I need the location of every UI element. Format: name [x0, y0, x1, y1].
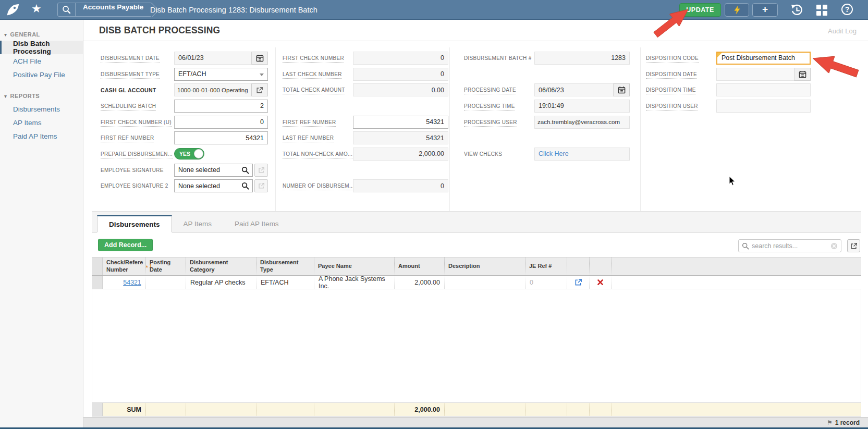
calendar-icon[interactable] — [794, 68, 811, 81]
column-header-payee[interactable]: Payee Name — [314, 258, 395, 275]
column-header-je-ref[interactable]: JE Ref # — [525, 258, 567, 275]
search-results-box — [738, 239, 841, 252]
payee-cell: A Phone Jack Systems Inc. — [314, 276, 395, 289]
calendar-icon[interactable] — [251, 52, 268, 65]
sidebar-section-general[interactable]: ▾ GENERAL — [0, 28, 83, 41]
cash-gl-account-field: 1000-00-01-000 Operating — [174, 83, 252, 96]
global-search-icon[interactable] — [58, 3, 76, 16]
processing-user-field: zach.tremblay@veracross.com — [534, 116, 630, 129]
tab-paid-ap-items[interactable]: Paid AP Items — [223, 215, 290, 232]
disbursement-type-select[interactable]: EFT/ACH — [174, 68, 268, 81]
processing-time-label: PROCESSING TIME — [464, 103, 534, 109]
disbursement-date-field: 06/01/23 — [174, 52, 252, 65]
prepare-disbursement-label: PREPARE DISBURSEMEN... — [101, 151, 174, 157]
open-record-icon[interactable] — [251, 83, 268, 96]
tab-ap-items[interactable]: AP Items — [172, 215, 224, 232]
total-check-amount-label: TOTAL CHECK AMOUNT — [283, 87, 353, 93]
column-header-delete — [590, 258, 612, 275]
tab-disbursements[interactable]: Disbursements — [97, 215, 172, 232]
add-record-button[interactable]: Add Record... — [98, 239, 153, 251]
column-header-category[interactable]: Disbursement Category — [186, 258, 256, 275]
description-cell — [445, 276, 525, 289]
je-ref-cell: 0 — [525, 276, 567, 289]
grid-header-row: Check/Refere Number▲1 Posting Date Disbu… — [92, 257, 861, 276]
row-handle — [92, 403, 103, 416]
add-button[interactable]: + — [752, 3, 778, 17]
sidebar: ▾ GENERAL Disb Batch Processing ACH File… — [0, 20, 83, 429]
delete-row-icon[interactable] — [590, 276, 612, 289]
apps-grid-icon[interactable] — [816, 5, 827, 16]
cash-gl-account-label: CASH GL ACCOUNT — [101, 87, 174, 93]
employee-signature-lookup[interactable]: None selected — [174, 164, 253, 177]
column-header-amount[interactable]: Amount — [395, 258, 445, 275]
history-icon[interactable] — [790, 4, 803, 16]
breadcrumb: Accounts Payable — [57, 3, 152, 17]
first-ref-number-label: FIRST REF NUMBER — [101, 135, 174, 141]
sidebar-item-positive-pay-file[interactable]: Positive Pay File — [0, 68, 83, 81]
disposition-user-field — [716, 100, 811, 113]
row-handle[interactable] — [92, 276, 103, 289]
update-button[interactable]: UPDATE — [679, 3, 721, 17]
lightning-icon — [733, 5, 741, 15]
page-header: DISB BATCH PROCESSING Audit Log — [83, 20, 868, 41]
employee-signature-label: EMPLOYEE SIGNATURE — [101, 167, 174, 173]
modified-corner-icon — [717, 53, 722, 57]
sidebar-item-ach-file[interactable]: ACH File — [0, 54, 83, 68]
total-non-check-amount-label: TOTAL NON-CHECK AMO... — [283, 151, 353, 157]
batch-form: DISBURSEMENT DATE 06/01/23 DISBURSEMENT … — [83, 41, 868, 232]
column-header-check-ref[interactable]: Check/Refere Number▲1 — [103, 258, 146, 275]
number-of-disbursements-field: 0 — [353, 179, 448, 192]
rocket-icon[interactable] — [6, 4, 20, 16]
first-ref-number-2-label: FIRST REF NUMBER — [283, 119, 353, 125]
processing-date-label: PROCESSING DATE — [464, 87, 534, 93]
row-handle-header — [92, 258, 103, 275]
first-ref-number-input[interactable] — [174, 131, 268, 144]
chevron-down-icon: ▾ — [4, 32, 7, 38]
type-cell: EFT/ACH — [256, 276, 314, 289]
amount-cell: 2,000.00 — [395, 276, 445, 289]
top-navigation-bar: ★ Accounts Payable Disb Batch Processing… — [0, 0, 868, 20]
sidebar-item-ap-items[interactable]: AP Items — [0, 116, 83, 129]
first-ref-number-2-input[interactable] — [353, 116, 448, 129]
open-record-icon[interactable] — [567, 276, 590, 289]
chevron-down-icon — [260, 73, 264, 76]
favorites-star-icon[interactable]: ★ — [31, 2, 42, 16]
check-ref-link[interactable]: 54321 — [123, 279, 141, 286]
disbursement-batch-number-label: DISBURSEMENT BATCH # — [464, 55, 534, 61]
scheduling-batch-input[interactable] — [174, 100, 268, 113]
sidebar-section-reports[interactable]: ▾ REPORTS — [0, 90, 83, 102]
grid-toolbar: Add Record... — [92, 232, 861, 257]
last-check-number-label: LAST CHECK NUMBER — [283, 71, 353, 77]
prepare-disbursement-toggle[interactable]: YES — [174, 148, 204, 160]
app-window: ★ Accounts Payable Disb Batch Processing… — [0, 0, 868, 429]
processing-date-field: 06/06/23 — [534, 83, 614, 96]
first-check-number-u-input[interactable] — [174, 116, 268, 129]
column-header-type[interactable]: Disbursement Type — [256, 258, 314, 275]
audit-log-link[interactable]: Audit Log — [828, 27, 857, 35]
disposition-code-select[interactable]: Post Disbursement Batch — [716, 52, 811, 65]
category-cell: Regular AP checks — [186, 276, 256, 289]
breadcrumb-app[interactable]: Accounts Payable — [76, 3, 152, 11]
calendar-icon[interactable] — [613, 83, 630, 96]
processing-user-label: PROCESSING USER — [464, 119, 534, 125]
open-results-icon[interactable] — [847, 239, 860, 252]
sidebar-item-paid-ap-items[interactable]: Paid AP Items — [0, 129, 83, 143]
disbursements-grid: Check/Refere Number▲1 Posting Date Disbu… — [92, 257, 861, 416]
main-content: DISB BATCH PROCESSING Audit Log DISBURSE… — [83, 20, 868, 429]
column-header-description[interactable]: Description — [445, 258, 525, 275]
search-icon — [742, 242, 749, 250]
grid-empty-area — [92, 289, 861, 402]
sidebar-item-disbursements[interactable]: Disbursements — [0, 102, 83, 116]
column-header-posting-date[interactable]: Posting Date — [146, 258, 186, 275]
quick-actions-button[interactable] — [725, 3, 749, 17]
view-checks-link[interactable]: Click Here — [539, 150, 569, 157]
employee-signature-2-lookup[interactable]: None selected — [174, 179, 253, 192]
disbursement-batch-number-field: 1283 — [534, 52, 630, 65]
help-icon[interactable]: ? — [841, 4, 853, 15]
clear-search-icon[interactable] — [830, 242, 838, 250]
flag-icon: ⚑ — [827, 419, 833, 426]
scheduling-batch-label: SCHEDULING BATCH — [101, 103, 174, 109]
disposition-date-field — [716, 68, 794, 81]
sidebar-item-disb-batch-processing[interactable]: Disb Batch Processing — [0, 41, 83, 54]
search-results-input[interactable] — [752, 242, 828, 250]
